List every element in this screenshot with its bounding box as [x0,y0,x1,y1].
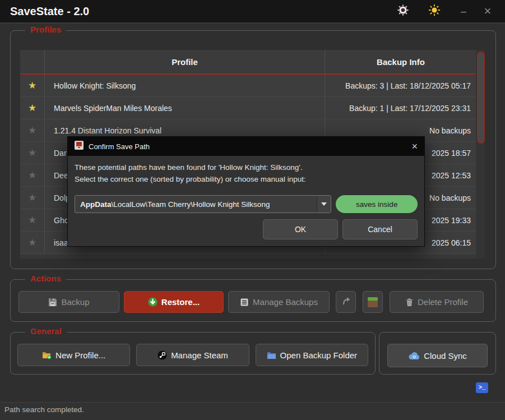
general-group-label: General [25,326,67,336]
close-icon: × [484,4,492,19]
favorite-star-icon[interactable]: ★ [28,215,36,225]
cloud-sync-icon [408,352,420,360]
cancel-button[interactable]: Cancel [342,219,418,239]
dialog-message-line1: These potential paths have been found fo… [75,161,418,173]
saves-inside-badge: saves inside [336,195,418,213]
dialog-body: These potential paths have been found fo… [68,156,424,239]
terminal-log-button[interactable]: >_ [476,382,488,393]
new-profile-button[interactable]: New Profile... [17,344,130,366]
curved-arrow-icon [341,297,350,308]
status-bar: Path search completed. Use 'New Profile.… [0,402,505,420]
scrollbar-thumb[interactable] [477,52,485,144]
confirm-save-path-dialog: Confirm Save Path × These potential path… [67,136,425,247]
trash-icon [405,298,414,307]
open-backup-folder-button-label: Open Backup Folder [280,350,358,360]
restore-button-label: Restore... [161,297,200,307]
backup-info-column-header: Backup Info [325,50,476,73]
favorite-star-icon[interactable]: ★ [28,148,36,158]
favorite-star-icon[interactable]: ★ [28,238,36,247]
profile-column-header: Profile [45,50,325,73]
close-button[interactable]: × [480,3,495,19]
backup-info: Backup: 1 | Last: 17/12/2025 23:31 [325,97,476,119]
settings-button[interactable] [395,3,411,19]
dialog-app-icon [75,141,84,152]
profile-name: Hollow Knight: Silksong [45,75,325,96]
theme-toggle-button[interactable] [427,3,442,19]
actions-group-label: Actions [25,274,66,283]
favorite-star-icon[interactable]: ★ [28,81,36,90]
title-bar: SaveState - 2.0 [0,0,505,24]
cloud-sync-group: Cloud Sync [379,332,496,375]
dialog-message-line2: Select the correct one (sorted by probab… [75,173,418,185]
save-path-dropdown[interactable]: AppData\LocalLow\Team Cherry\Hollow Knig… [75,195,331,213]
table-scrollbar[interactable] [476,50,485,259]
dropdown-arrow-icon [317,196,331,213]
open-backup-folder-button[interactable]: Open Backup Folder [256,344,368,366]
dialog-title-bar: Confirm Save Path × [68,137,424,156]
restore-button[interactable]: Restore... [124,291,224,313]
manage-backups-button[interactable]: Manage Backups [228,291,330,313]
terminal-icon: >_ [479,385,485,391]
profile-name: Marvels SpiderMan Miles Morales [45,97,325,119]
backup-list-icon [240,298,249,307]
grass-block-icon [368,297,378,307]
save-path-value: AppData\LocalLow\Team Cherry\Hollow Knig… [75,200,270,209]
manage-backups-button-label: Manage Backups [253,297,318,307]
shortcut-button[interactable] [336,291,356,313]
actions-group: Actions Backup [10,279,496,322]
new-profile-button-label: New Profile... [55,350,105,360]
favorite-star-icon[interactable]: ★ [28,126,36,135]
dialog-close-icon[interactable]: × [411,141,418,151]
sun-icon [428,4,441,19]
table-row[interactable]: ★ Marvels SpiderMan Miles Morales Backup… [20,97,485,119]
gear-icon [397,4,409,19]
delete-profile-button[interactable]: Delete Profile [390,291,484,313]
favorite-star-icon[interactable]: ★ [28,193,36,202]
dialog-title: Confirm Save Path [89,142,150,151]
backup-button-label: Backup [61,297,89,307]
minecraft-button[interactable] [363,291,383,313]
table-header: Profile Backup Info [20,50,485,75]
backup-button[interactable]: Backup [18,291,119,313]
cloud-sync-button-label: Cloud Sync [424,351,467,361]
minimize-icon: – [461,6,466,17]
window-title: SaveState - 2.0 [10,5,89,18]
folder-plus-icon [42,350,52,359]
backup-info: Backups: 3 | Last: 18/12/2025 05:17 [325,75,476,96]
ok-button[interactable]: OK [263,219,338,239]
savestate-window: SaveState - 2.0 [0,0,505,420]
restore-down-arrow-icon [148,297,157,307]
delete-profile-button-label: Delete Profile [418,297,468,307]
minimize-button[interactable]: – [456,3,471,19]
favorite-star-icon[interactable]: ★ [28,170,36,180]
favorite-column-header [20,50,45,73]
table-row[interactable]: ★ Hollow Knight: Silksong Backups: 3 | L… [20,75,485,97]
general-group: General New Profile... [10,332,376,375]
cloud-sync-button[interactable]: Cloud Sync [387,344,488,367]
favorite-star-icon[interactable]: ★ [28,103,36,113]
manage-steam-button[interactable]: Manage Steam [136,344,249,366]
profiles-group-label: Profiles [25,25,66,34]
clipped-tip-line: Use 'New Profile...' to add a game | Tip… [0,417,505,420]
floppy-disk-icon [48,298,57,307]
steam-icon [157,350,167,360]
status-message: Path search completed. [4,405,84,414]
manage-steam-button-label: Manage Steam [171,350,228,360]
blue-folder-icon [267,351,276,359]
